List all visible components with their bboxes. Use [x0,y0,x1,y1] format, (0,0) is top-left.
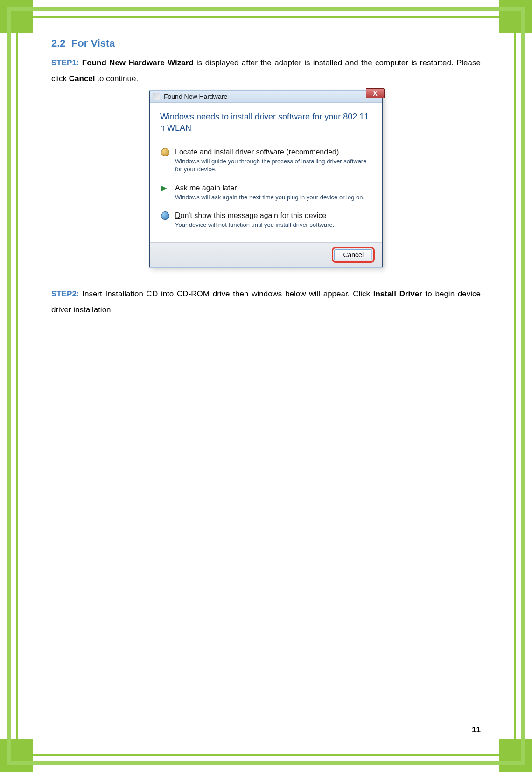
step1-label: STEP1: [51,58,79,67]
step1-bold-b: Cancel [69,74,95,83]
option1-title: Locate and install driver software (reco… [175,148,372,156]
dialog-screenshot: Found New Hardware X Windows needs to in… [51,91,481,267]
step2-paragraph: STEP2: Insert Installation CD into CD-RO… [51,286,481,318]
step2-bold-a: Install Driver [373,289,422,298]
dialog-footer: Cancel [150,242,382,267]
section-number: 2.2 [51,37,66,49]
dialog-body: Windows needs to install driver software… [150,103,382,242]
dialog-heading: Windows needs to install driver software… [160,111,372,134]
shield-icon [161,211,169,220]
option2-title: Ask me again later [175,184,372,192]
arrow-right-icon [161,186,167,191]
step2-text-a: Insert Installation CD into CD-ROM drive… [79,289,373,298]
option3-title: Don't show this message again for this d… [175,211,372,220]
step2-label: STEP2: [51,289,79,298]
page-content: 2.2 For Vista STEP1: Found New Hardware … [51,37,481,735]
step1-bold-a: Found New Hardware Wizard [82,58,194,67]
option3-desc: Your device will not function until you … [175,221,372,229]
section-heading: 2.2 For Vista [51,37,481,49]
cancel-highlight: Cancel [332,247,375,263]
shield-icon [161,148,169,156]
option1-desc: Windows will guide you through the proce… [175,157,372,174]
page-number: 11 [472,725,481,735]
step1-text-b: to continue. [95,74,139,83]
close-icon: X [373,90,377,97]
option-ask-later[interactable]: Ask me again later Windows will ask agai… [160,181,372,209]
hardware-icon [153,93,160,100]
section-title-text: For Vista [71,37,115,49]
option-dont-show[interactable]: Don't show this message again for this d… [160,209,372,237]
option-locate-install[interactable]: Locate and install driver software (reco… [160,145,372,181]
found-new-hardware-dialog: Found New Hardware X Windows needs to in… [149,91,383,267]
option2-desc: Windows will ask again the next time you… [175,193,372,202]
dialog-title: Found New Hardware [164,93,227,100]
step1-paragraph: STEP1: Found New Hardware Wizard is disp… [51,55,481,87]
close-button[interactable]: X [366,88,385,98]
dialog-titlebar: Found New Hardware X [150,91,382,103]
cancel-button[interactable]: Cancel [334,249,372,260]
